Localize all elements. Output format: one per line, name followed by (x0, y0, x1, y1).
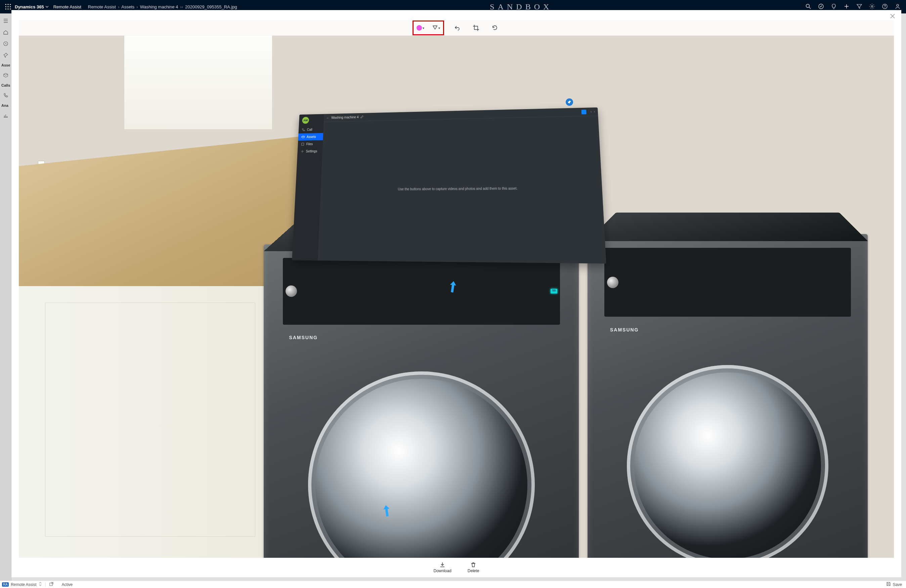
captured-photo: SAMSUNG 59 SAMSUNG (19, 36, 894, 558)
save-label[interactable]: Save (893, 582, 902, 587)
svg-point-0 (5, 4, 6, 5)
chevron-left-icon: ‹ (590, 110, 592, 113)
svg-rect-21 (301, 143, 304, 145)
ar-nav-assets: Assets (298, 133, 323, 141)
svg-point-2 (10, 4, 11, 5)
ar-nav-files: Files (298, 140, 323, 148)
breadcrumb: Remote Assist› Assets› Washing machine 4… (88, 4, 237, 10)
open-external-icon[interactable] (49, 582, 54, 587)
brand-label[interactable]: Dynamics 365 (15, 4, 44, 10)
back-icon: ← (326, 116, 330, 119)
svg-point-5 (10, 6, 11, 7)
dryer: SAMSUNG (587, 234, 868, 558)
close-icon[interactable] (890, 13, 895, 20)
download-button[interactable]: Download (433, 562, 451, 573)
svg-line-10 (809, 7, 811, 9)
ink-color-picker[interactable]: ▾ (415, 22, 426, 33)
status-bar: RA Remote Assist Active Save (0, 581, 906, 588)
svg-point-22 (301, 151, 303, 152)
annotation-toolbar: ▾ ▾ (19, 20, 894, 36)
viewer-action-bar: Download Delete (19, 558, 894, 577)
delete-label: Delete (467, 569, 479, 573)
download-label: Download (433, 569, 451, 573)
app-launcher-icon[interactable] (3, 4, 13, 10)
save-icon[interactable] (886, 582, 891, 587)
add-icon[interactable] (844, 3, 850, 10)
app-name[interactable]: Remote Assist (53, 4, 81, 10)
account-icon[interactable] (895, 3, 901, 10)
help-icon[interactable] (882, 3, 888, 10)
crumb-1[interactable]: Assets (121, 4, 134, 10)
callout-highlight: ▾ ▾ (413, 21, 444, 35)
svg-point-17 (885, 7, 885, 8)
task-icon[interactable] (818, 3, 824, 10)
washer-display: 59 (550, 289, 557, 293)
image-stage[interactable]: SAMSUNG 59 SAMSUNG (19, 36, 894, 558)
svg-point-4 (7, 6, 8, 7)
shape-tool[interactable]: ▾ (430, 22, 442, 33)
crumb-3[interactable]: 20200929_095355_RA.jpg (185, 4, 237, 10)
avatar: AM (302, 117, 309, 124)
delete-button[interactable]: Delete (467, 562, 479, 573)
washer: 59 SAMSUNG (264, 244, 579, 558)
filter-icon[interactable] (856, 3, 862, 10)
svg-point-1 (7, 4, 8, 5)
svg-point-8 (10, 8, 11, 10)
app-badge: RA (2, 582, 9, 586)
svg-point-9 (806, 4, 810, 7)
ar-nav-call: Call (298, 126, 324, 133)
chevron-down-icon: ▾ (423, 26, 424, 30)
capture-mode-icon (581, 110, 586, 114)
ar-panel-title: Washing machine 4 (331, 115, 359, 119)
crumb-0[interactable]: Remote Assist (88, 4, 116, 10)
lightbulb-icon[interactable] (831, 3, 837, 10)
image-viewer-dialog: ▾ ▾ SAMSUNG (11, 10, 901, 577)
gear-icon[interactable] (869, 3, 875, 10)
svg-point-6 (5, 8, 6, 10)
chevron-down-icon[interactable] (45, 4, 49, 10)
ar-overlay-panel: AM Call Assets Files Se (292, 107, 606, 264)
crumb-2[interactable]: Washing machine 4 (140, 4, 179, 10)
ar-nav-settings: Settings (297, 147, 322, 155)
rotate-button[interactable] (489, 22, 501, 33)
appliance-brand: SAMSUNG (610, 327, 639, 333)
svg-point-7 (7, 8, 8, 10)
svg-point-3 (5, 6, 6, 7)
ink-color-swatch (416, 25, 422, 30)
chevron-right-icon: › (593, 110, 595, 113)
ar-panel-hint: Use the buttons above to capture videos … (318, 116, 606, 263)
ar-pin-icon (566, 99, 573, 106)
chevron-down-icon: ▾ (439, 26, 440, 30)
svg-point-15 (871, 5, 873, 7)
crop-button[interactable] (470, 22, 482, 33)
search-icon[interactable] (805, 3, 811, 10)
record-switcher-icon[interactable] (38, 582, 42, 587)
edit-icon (360, 115, 364, 118)
appliance-brand: SAMSUNG (289, 335, 318, 340)
svg-point-18 (896, 4, 899, 6)
undo-button[interactable] (451, 22, 463, 33)
status-state: Active (62, 582, 73, 587)
status-record-name[interactable]: Remote Assist (11, 582, 37, 587)
